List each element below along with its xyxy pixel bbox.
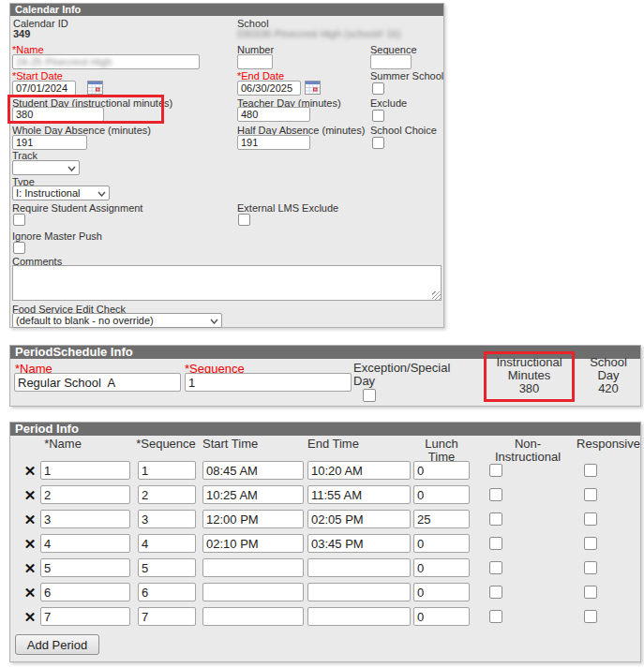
ps-sequence-input[interactable] bbox=[185, 373, 352, 392]
period-sequence-input[interactable] bbox=[138, 534, 196, 553]
period-start-time-input[interactable] bbox=[202, 461, 304, 480]
responsive-checkbox[interactable] bbox=[584, 610, 597, 623]
col-header-end-time: End Time bbox=[307, 438, 392, 451]
col-header-non-instructional: Non-Instructional bbox=[490, 438, 565, 464]
period-name-input[interactable] bbox=[40, 485, 130, 504]
resize-grip-icon[interactable] bbox=[432, 291, 441, 300]
calendar-name-value: 24-25 Pinecrest High bbox=[13, 55, 199, 67]
responsive-checkbox[interactable] bbox=[584, 464, 597, 477]
school-choice-checkbox[interactable] bbox=[372, 137, 384, 149]
col-header-start-time: Start Time bbox=[202, 438, 287, 451]
non-instructional-checkbox[interactable] bbox=[489, 537, 502, 550]
teacher-day-input[interactable] bbox=[237, 107, 310, 122]
delete-period-icon[interactable]: ✕ bbox=[22, 511, 38, 529]
student-day-input[interactable] bbox=[12, 107, 104, 122]
calendar-icon[interactable] bbox=[305, 81, 321, 95]
non-instructional-checkbox[interactable] bbox=[489, 610, 502, 623]
food-service-select[interactable]: (default to blank - no override) bbox=[12, 313, 222, 328]
delete-period-icon[interactable]: ✕ bbox=[22, 584, 38, 602]
number-input[interactable] bbox=[237, 54, 273, 69]
calendar-info-panel: Calendar Info Calendar ID 349 School 030… bbox=[9, 3, 444, 328]
period-lunch-time-input[interactable] bbox=[413, 485, 470, 504]
period-name-input[interactable] bbox=[40, 583, 130, 601]
half-day-absence-input[interactable] bbox=[237, 135, 310, 150]
period-name-input[interactable] bbox=[40, 558, 130, 577]
non-instructional-checkbox[interactable] bbox=[489, 464, 502, 477]
start-date-input[interactable] bbox=[12, 81, 76, 96]
school-day-label: School Day bbox=[584, 356, 633, 382]
period-name-input[interactable] bbox=[40, 607, 130, 626]
add-period-button[interactable]: Add Period bbox=[15, 634, 99, 655]
exception-special-day-checkbox[interactable] bbox=[363, 389, 376, 402]
period-end-time-input[interactable] bbox=[307, 607, 411, 626]
period-lunch-time-input[interactable] bbox=[413, 510, 470, 528]
non-instructional-checkbox[interactable] bbox=[489, 488, 502, 501]
responsive-checkbox[interactable] bbox=[584, 488, 597, 501]
page: Calendar Info Calendar ID 349 School 030… bbox=[0, 0, 644, 668]
period-name-input[interactable] bbox=[40, 534, 130, 553]
period-name-input[interactable] bbox=[40, 461, 130, 480]
calendar-icon[interactable] bbox=[87, 81, 103, 95]
period-sequence-input[interactable] bbox=[138, 583, 196, 601]
non-instructional-checkbox[interactable] bbox=[489, 561, 502, 574]
period-sequence-input[interactable] bbox=[138, 607, 196, 626]
type-select[interactable]: I: Instructional bbox=[12, 186, 110, 200]
delete-period-icon[interactable]: ✕ bbox=[22, 559, 38, 578]
period-name-input[interactable] bbox=[40, 510, 130, 528]
calendar-name-input[interactable]: 24-25 Pinecrest High bbox=[12, 54, 200, 69]
period-end-time-input[interactable] bbox=[307, 461, 411, 480]
whole-day-absence-input[interactable] bbox=[12, 135, 87, 150]
period-start-time-input[interactable] bbox=[202, 485, 304, 504]
delete-period-icon[interactable]: ✕ bbox=[22, 462, 38, 481]
responsive-checkbox[interactable] bbox=[584, 561, 597, 574]
delete-period-icon[interactable]: ✕ bbox=[22, 608, 38, 627]
period-end-time-input[interactable] bbox=[307, 485, 411, 504]
period-sequence-input[interactable] bbox=[138, 485, 196, 504]
period-sequence-input[interactable] bbox=[138, 558, 196, 577]
summer-school-checkbox[interactable] bbox=[372, 82, 384, 95]
period-end-time-input[interactable] bbox=[307, 534, 411, 553]
delete-period-icon[interactable]: ✕ bbox=[22, 535, 38, 554]
col-header-sequence: *Sequence bbox=[128, 438, 203, 451]
ignore-master-push-label: Ignore Master Push bbox=[12, 230, 102, 242]
end-date-input[interactable] bbox=[237, 81, 301, 96]
period-info-panel: Period Info *Name *Sequence Start Time E… bbox=[9, 422, 641, 662]
ps-name-input[interactable] bbox=[14, 373, 181, 392]
non-instructional-checkbox[interactable] bbox=[489, 586, 502, 599]
period-end-time-input[interactable] bbox=[307, 583, 411, 601]
period-start-time-input[interactable] bbox=[202, 510, 304, 528]
period-start-time-input[interactable] bbox=[202, 558, 304, 577]
sequence-input[interactable] bbox=[370, 54, 412, 69]
period-start-time-input[interactable] bbox=[202, 583, 304, 601]
col-header-responsive: Responsive bbox=[571, 438, 640, 451]
chevron-down-icon bbox=[67, 166, 76, 171]
type-selected-value: I: Instructional bbox=[13, 186, 109, 200]
external-lms-exclude-checkbox[interactable] bbox=[238, 214, 250, 226]
delete-period-icon[interactable]: ✕ bbox=[22, 486, 38, 505]
require-student-assignment-checkbox[interactable] bbox=[13, 214, 25, 226]
exclude-checkbox[interactable] bbox=[372, 110, 384, 122]
period-lunch-time-input[interactable] bbox=[413, 534, 470, 553]
track-select[interactable] bbox=[12, 160, 80, 175]
responsive-checkbox[interactable] bbox=[584, 537, 597, 550]
period-lunch-time-input[interactable] bbox=[413, 461, 470, 480]
period-start-time-input[interactable] bbox=[202, 607, 304, 626]
period-lunch-time-input[interactable] bbox=[413, 558, 470, 577]
period-end-time-input[interactable] bbox=[307, 558, 411, 577]
col-header-name: *Name bbox=[25, 438, 100, 451]
period-start-time-input[interactable] bbox=[202, 534, 304, 553]
non-instructional-checkbox[interactable] bbox=[489, 512, 502, 526]
period-end-time-input[interactable] bbox=[307, 510, 411, 528]
period-sequence-input[interactable] bbox=[138, 510, 196, 528]
food-service-selected-value: (default to blank - no override) bbox=[13, 314, 221, 327]
responsive-checkbox[interactable] bbox=[584, 586, 597, 599]
period-info-header: Period Info bbox=[10, 423, 640, 436]
responsive-checkbox[interactable] bbox=[584, 512, 597, 526]
school-value: 030336 Pinecrest High (school# 16) bbox=[237, 28, 401, 39]
comments-textarea[interactable] bbox=[12, 265, 442, 301]
period-lunch-time-input[interactable] bbox=[413, 583, 470, 601]
period-lunch-time-input[interactable] bbox=[413, 607, 470, 626]
calendar-info-header: Calendar Info bbox=[10, 4, 443, 16]
ignore-master-push-checkbox[interactable] bbox=[13, 242, 25, 254]
period-sequence-input[interactable] bbox=[138, 461, 196, 480]
